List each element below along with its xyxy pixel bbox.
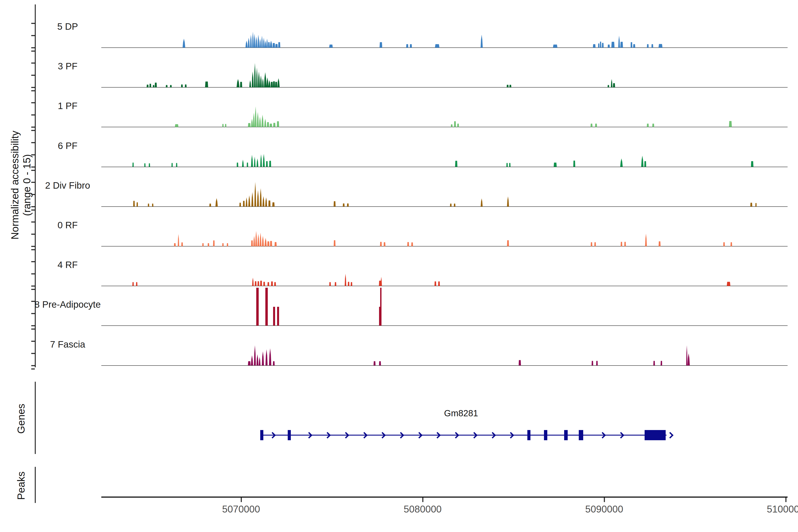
coverage-peak (411, 242, 413, 246)
coverage-peak (271, 81, 273, 87)
coverage-peak (263, 282, 265, 286)
coverage-peak (258, 281, 259, 286)
coverage-peak (620, 158, 623, 167)
y-axis-tick (31, 130, 35, 131)
coverage-peak (334, 240, 335, 246)
y-axis-tick (31, 246, 35, 247)
strand-arrow-icon (453, 432, 459, 439)
y-axis-tick (31, 261, 35, 262)
coverage-peak (438, 281, 440, 286)
track-baseline (101, 206, 787, 207)
coverage-peak (183, 39, 185, 48)
coverage-peak (506, 163, 508, 167)
coverage-peak (253, 236, 255, 246)
coverage-peak (270, 41, 272, 48)
y-axis-tick (31, 142, 35, 143)
gene-exon (288, 430, 291, 440)
coverage-peak (595, 123, 597, 127)
coverage-peak (243, 201, 245, 207)
strand-arrow-icon (508, 432, 514, 439)
coverage-peak (329, 282, 331, 286)
y-axis-tick (31, 182, 35, 183)
x-axis-tick-label: 5100000 (750, 504, 798, 515)
gene-exon (260, 430, 263, 440)
coverage-peak (592, 360, 593, 365)
coverage-peak (174, 243, 176, 246)
coverage-peak (621, 241, 622, 246)
coverage-peak (379, 361, 381, 365)
track-baseline (101, 127, 787, 127)
coverage-peak (266, 77, 269, 87)
coverage-peak (248, 195, 250, 206)
coverage-peak (450, 203, 452, 206)
coverage-peak (254, 157, 255, 167)
y-axis-tick (31, 328, 35, 330)
coverage-peak (257, 112, 259, 127)
track-baseline (101, 87, 787, 88)
coverage-peak (255, 281, 256, 286)
coverage-peak (267, 122, 269, 127)
coverage-peak (274, 282, 276, 286)
coverage-peak (257, 190, 259, 207)
coverage-peak (273, 307, 275, 326)
coverage-peak (175, 124, 178, 127)
y-axis-tick (31, 353, 35, 354)
coverage-peak (277, 121, 279, 127)
x-axis-tick (422, 498, 423, 502)
y-axis-tick (31, 154, 35, 155)
x-axis-tick (604, 498, 605, 502)
coverage-peak (380, 241, 382, 246)
x-axis-tick-label: 5080000 (387, 504, 458, 515)
strand-arrow-icon (306, 432, 312, 439)
coverage-peak (278, 42, 280, 48)
gene-exon (527, 430, 530, 440)
coverage-peak (259, 117, 261, 127)
coverage-peak (250, 35, 252, 48)
x-axis-line (101, 496, 787, 498)
y-axis-tick (31, 368, 35, 369)
coverage-peak (613, 83, 615, 88)
coverage-peak (149, 83, 151, 87)
coverage-peak (170, 85, 172, 88)
coverage-peak (593, 44, 596, 48)
y-axis-tick (31, 194, 35, 195)
coverage-peak (215, 198, 218, 207)
track-label-1-pf: 1 PF (12, 100, 123, 112)
coverage-peak (600, 41, 601, 48)
coverage-peak (727, 282, 730, 286)
coverage-peak (144, 163, 146, 167)
track-label-0-rf: 0 RF (12, 220, 123, 231)
coverage-peak (608, 85, 609, 88)
coverage-peak (269, 348, 271, 365)
coverage-peak (723, 242, 725, 246)
coverage-peak (245, 41, 248, 48)
coverage-peak (265, 349, 268, 365)
coverage-peak (755, 203, 757, 207)
coverage-peak (237, 162, 238, 167)
coverage-peak (166, 85, 168, 88)
coverage-peak (659, 241, 661, 246)
coverage-peak (262, 352, 264, 365)
coverage-peak (345, 274, 346, 286)
coverage-peak (644, 161, 646, 167)
coverage-peak (267, 282, 269, 286)
coverage-peak (268, 42, 270, 48)
coverage-peak (647, 44, 649, 48)
track-label-4-rf: 4 RF (12, 259, 123, 270)
coverage-peak (181, 242, 183, 246)
coverage-peak (254, 34, 255, 48)
coverage-peak (262, 236, 264, 246)
coverage-peak (454, 203, 455, 206)
coverage-peak (260, 154, 262, 167)
coverage-peak (202, 243, 204, 246)
coverage-peak (262, 78, 264, 87)
coverage-peak (273, 122, 276, 127)
coverage-peak (406, 44, 408, 48)
coverage-peak (343, 203, 344, 207)
y-axis-tick (31, 114, 35, 115)
coverage-peak (256, 288, 259, 326)
coverage-peak (480, 198, 482, 207)
y-axis-tick (31, 222, 35, 223)
coverage-peak (265, 41, 266, 48)
coverage-peak (509, 85, 511, 88)
